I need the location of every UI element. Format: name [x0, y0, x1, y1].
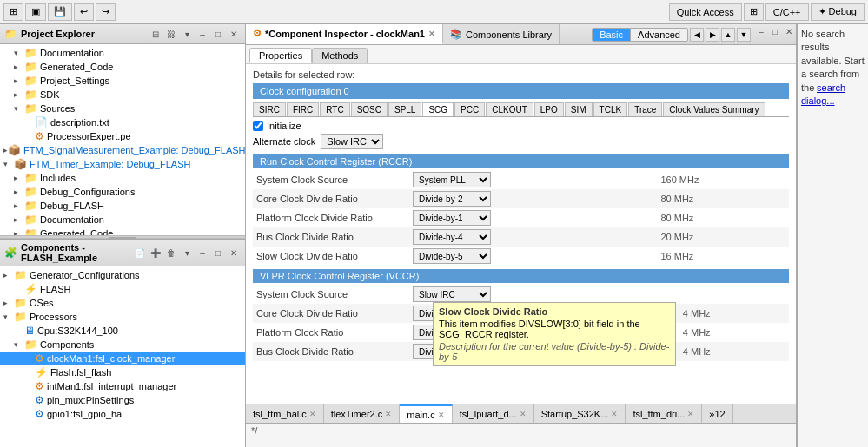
tab-flextimer-close[interactable]: ✕	[385, 410, 392, 418]
tree-item-generated-code[interactable]: ▸ 📁 Generated_Code	[0, 60, 245, 74]
methods-tab[interactable]: Methods	[312, 48, 368, 63]
clock-tab-firc[interactable]: FIRC	[287, 102, 319, 116]
clock-tab-lpo[interactable]: LPO	[534, 102, 564, 116]
clock-tab-sim[interactable]: SIM	[565, 102, 593, 116]
nav-back-btn[interactable]: ◀	[690, 28, 704, 42]
properties-tab[interactable]: Properties	[249, 48, 312, 63]
tree-item-ftm-signal[interactable]: ▸ 📦 FTM_SignalMeasurement_Example: Debug…	[0, 143, 245, 157]
tab-main-close[interactable]: ✕	[438, 411, 445, 419]
bottom-tab-lpuart[interactable]: fsl_lpuart_d... ✕	[453, 404, 534, 423]
comp-flash[interactable]: ⚡ FLASH	[0, 282, 245, 296]
clock-tab-values-summary[interactable]: Clock Values Summary	[663, 102, 765, 116]
tree-item-includes[interactable]: ▸ 📁 Includes	[0, 171, 245, 185]
initialize-checkbox[interactable]	[253, 121, 263, 131]
comp-components-folder[interactable]: ▾ 📁 Components	[0, 338, 245, 352]
comp-view-icon[interactable]: ▾	[180, 246, 194, 260]
inspector-close-icon[interactable]: ✕	[782, 24, 796, 38]
tab-inspector-close[interactable]: ✕	[428, 30, 435, 38]
quick-access-button[interactable]: Quick Access	[669, 3, 742, 21]
bottom-tab-flextimer[interactable]: flexTimer2.c ✕	[324, 404, 401, 423]
comp-clockman[interactable]: ⚙ clockMan1:fsl_clock_manager	[0, 352, 245, 365]
collapse-all-icon[interactable]: ⊟	[149, 27, 162, 41]
rccr-core-clock-value: 80 MHz	[657, 189, 789, 208]
rccr-system-clock-select[interactable]: System PLL Slow IRC Fast IRC SOSC	[413, 172, 491, 187]
comp-flash2[interactable]: ⚡ Flash:fsl_flash	[0, 365, 245, 379]
comp-new-icon[interactable]: 📄	[133, 246, 147, 260]
clock-tab-clkout[interactable]: CLKOUT	[486, 102, 533, 116]
nav-up-btn[interactable]: ▲	[721, 28, 735, 42]
clock-tab-spll[interactable]: SPLL	[388, 102, 421, 116]
tree-item-documentation2[interactable]: ▸ 📁 Documentation	[0, 213, 245, 227]
rccr-bus-clock-select[interactable]: Divide-by-1 Divide-by-2 Divide-by-4 Divi…	[413, 229, 491, 245]
tree-item-debug-config[interactable]: ▸ 📁 Debug_Configurations	[0, 185, 245, 199]
advanced-btn[interactable]: Advanced	[631, 29, 687, 41]
bottom-tab-main[interactable]: main.c ✕	[400, 404, 452, 423]
rccr-platform-clock-select[interactable]: Divide-by-1 Divide-by-2	[413, 210, 491, 226]
bottom-tab-ftm-dri[interactable]: fsl_ftm_dri... ✕	[626, 404, 702, 423]
inspector-max-icon[interactable]: □	[768, 24, 782, 38]
toolbar-btn-4[interactable]: ↩	[74, 3, 94, 21]
tree-item-project-settings[interactable]: ▸ 📁 Project_Settings	[0, 74, 245, 88]
clock-tab-tclk[interactable]: TCLK	[593, 102, 628, 116]
debug-button[interactable]: ✦ Debug	[811, 3, 865, 21]
tree-item-sdk[interactable]: ▸ 📁 SDK	[0, 88, 245, 102]
bottom-tab-more[interactable]: »12	[702, 404, 732, 423]
comp-max-icon[interactable]: □	[211, 246, 225, 260]
view-menu-icon[interactable]: ▾	[180, 27, 194, 41]
toolbar-icon-btn[interactable]: ⊞	[744, 3, 764, 21]
toolbar-btn-3[interactable]: 💾	[48, 3, 72, 21]
tab-lpuart-close[interactable]: ✕	[520, 410, 527, 418]
tree-item-processorexpert[interactable]: ⚙ ProcessorExpert.pe	[0, 129, 245, 143]
tree-item-debug-flash[interactable]: ▸ 📁 Debug_FLASH	[0, 199, 245, 213]
inspector-min-icon[interactable]: –	[754, 24, 768, 38]
vccr-system-clock-select[interactable]: Slow IRC Fast IRC SOSC	[413, 286, 491, 302]
comp-add-icon[interactable]: ➕	[149, 246, 162, 260]
tree-item-ftm-timer[interactable]: ▾ 📦 FTM_Timer_Example: Debug_FLASH	[0, 157, 245, 171]
bottom-tab-startup[interactable]: Startup_S32K... ✕	[534, 404, 626, 423]
toolbar-btn-1[interactable]: ⊞	[3, 3, 23, 21]
bottom-content: */	[246, 424, 796, 447]
tab-ftm-dri-close[interactable]: ✕	[687, 410, 694, 418]
tab-startup-close[interactable]: ✕	[611, 410, 618, 418]
tree-item-sources[interactable]: ▾ 📁 Sources	[0, 102, 245, 115]
cpp-button[interactable]: C/C++	[765, 3, 809, 21]
comp-gen-configs[interactable]: ▸ 📁 Generator_Configurations	[0, 268, 245, 282]
toolbar-btn-5[interactable]: ↪	[96, 3, 116, 21]
nav-dn-btn[interactable]: ▼	[737, 28, 751, 42]
bottom-tab-ftm-hal[interactable]: fsl_ftm_hal.c ✕	[246, 404, 324, 423]
rccr-core-clock-select[interactable]: Divide-by-1 Divide-by-2 Divide-by-4 Divi…	[413, 191, 491, 207]
comp-processors[interactable]: ▾ 📁 Processors	[0, 310, 245, 324]
tab-main-label: main.c	[407, 410, 434, 420]
comp-intman[interactable]: ⚙ intMan1:fsl_interrupt_manager	[0, 379, 245, 393]
maximize-icon[interactable]: □	[211, 27, 225, 41]
comp-gpio[interactable]: ⚙ gpio1:fsl_gpio_hal	[0, 407, 245, 421]
tree-item-generated-code2[interactable]: ▸ 📁 Generated_Code	[0, 227, 245, 235]
clock-tab-sirc[interactable]: SIRC	[253, 102, 286, 116]
alternate-clock-select[interactable]: Slow IRC	[321, 134, 383, 149]
rccr-slow-clock-select[interactable]: Divide-by-1 Divide-by-2 Divide-by-3 Divi…	[413, 248, 491, 264]
close-icon[interactable]: ✕	[227, 27, 241, 41]
comp-close-icon[interactable]: ✕	[227, 246, 241, 260]
clock-tab-pcc[interactable]: PCC	[454, 102, 485, 116]
clock-tab-trace[interactable]: Trace	[628, 102, 662, 116]
minimize-icon[interactable]: –	[195, 27, 209, 41]
comp-delete-icon[interactable]: 🗑	[164, 246, 178, 260]
comp-pinmux[interactable]: ⚙ pin_mux:PinSettings	[0, 393, 245, 407]
tree-item-documentation[interactable]: ▾ 📁 Documentation	[0, 46, 245, 60]
toolbar-btn-2[interactable]: ▣	[25, 3, 46, 21]
link-with-editor-icon[interactable]: ⛓	[164, 27, 178, 41]
tab-components-library[interactable]: 📚 Components Library	[443, 24, 560, 44]
nav-fwd-btn[interactable]: ▶	[706, 28, 719, 42]
clock-tab-rtc[interactable]: RTC	[320, 102, 349, 116]
basic-btn[interactable]: Basic	[593, 29, 631, 41]
rccr-platform-clock-cell: Divide-by-1 Divide-by-2	[409, 208, 657, 227]
clock-tab-sosc[interactable]: SOSC	[351, 102, 388, 116]
comp-min-icon[interactable]: –	[195, 246, 209, 260]
clock-tab-scg[interactable]: SCG	[422, 102, 454, 116]
tab-component-inspector[interactable]: ⚙ *Component Inspector - clockMan1 ✕	[246, 24, 443, 44]
comp-cpu[interactable]: 🖥 Cpu:S32K144_100	[0, 324, 245, 338]
tab-ftm-hal-close[interactable]: ✕	[309, 410, 316, 418]
tree-item-description[interactable]: 📄 description.txt	[0, 115, 245, 129]
comp-oses[interactable]: ▸ 📁 OSes	[0, 296, 245, 310]
clock-config-header: Clock configuration 0	[253, 83, 789, 99]
